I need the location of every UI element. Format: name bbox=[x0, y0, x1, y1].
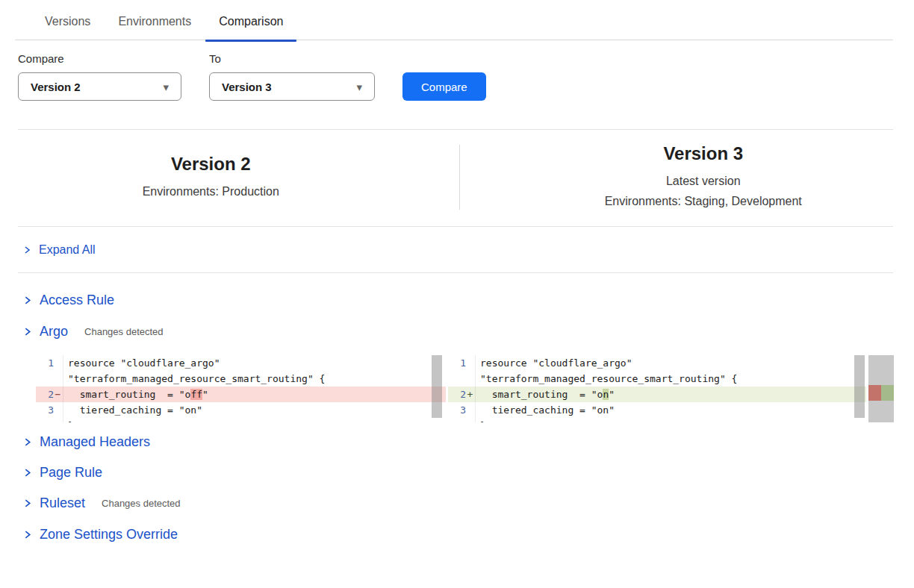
diff-line: 4} bbox=[448, 418, 866, 422]
version-title: Version 3 bbox=[493, 143, 914, 164]
chevron-right-icon bbox=[22, 530, 32, 539]
compare-label: Compare bbox=[18, 52, 181, 65]
tab-label: Environments bbox=[118, 15, 191, 28]
from-version-select[interactable]: Version 2 ▾ bbox=[18, 72, 181, 101]
expand-all-label: Expand All bbox=[39, 243, 96, 257]
diff-line: 3 tiered_caching = "on" bbox=[448, 402, 866, 418]
divider bbox=[18, 272, 893, 273]
chevron-right-icon bbox=[22, 468, 32, 478]
section-label: Zone Settings Override bbox=[40, 527, 178, 542]
changes-detected-badge: Changes detected bbox=[84, 326, 164, 337]
tab-label: Versions bbox=[45, 15, 90, 28]
tab-bar: Versions Environments Comparison bbox=[15, 0, 893, 40]
compare-form: Compare Version 2 ▾ To Version 3 ▾ Compa… bbox=[18, 52, 914, 101]
version-panel-right: Version 3 Latest version Environments: S… bbox=[460, 143, 914, 211]
argo-diff-editor: 1resource "cloudflare_argo" "terraform_m… bbox=[36, 355, 914, 422]
diff-overview-ruler[interactable] bbox=[868, 355, 894, 422]
version-panel-left: Version 2 Environments: Production bbox=[0, 143, 459, 211]
section-page-rule[interactable]: Page Rule bbox=[0, 465, 914, 481]
chevron-right-icon bbox=[22, 437, 32, 447]
section-label: Page Rule bbox=[40, 465, 102, 481]
active-tab-underline bbox=[205, 40, 296, 42]
diff-line: 1resource "cloudflare_argo" "terraform_m… bbox=[36, 355, 446, 387]
section-label: Argo bbox=[40, 324, 68, 340]
tab-versions[interactable]: Versions bbox=[45, 15, 90, 28]
diff-pane-left: 1resource "cloudflare_argo" "terraform_m… bbox=[36, 355, 446, 422]
section-label: Access Rule bbox=[40, 293, 114, 308]
to-label: To bbox=[209, 52, 375, 65]
chevron-right-icon bbox=[22, 295, 32, 305]
diff-line: 1resource "cloudflare_argo" "terraform_m… bbox=[448, 355, 866, 387]
diff-pane-right: 1resource "cloudflare_argo" "terraform_m… bbox=[448, 355, 866, 422]
version-comparison-header: Version 2 Environments: Production Versi… bbox=[0, 130, 914, 226]
chevron-right-icon bbox=[22, 245, 31, 254]
section-label: Ruleset bbox=[40, 495, 85, 511]
chevron-right-icon bbox=[22, 498, 32, 508]
section-zone-settings-override[interactable]: Zone Settings Override bbox=[0, 527, 914, 542]
chevron-right-icon bbox=[22, 327, 32, 337]
diff-line: 3 tiered_caching = "on" bbox=[36, 402, 446, 418]
section-access-rule[interactable]: Access Rule bbox=[0, 293, 914, 308]
changes-detected-badge: Changes detected bbox=[102, 498, 181, 509]
caret-down-icon: ▾ bbox=[163, 81, 169, 93]
code-scrollbar[interactable] bbox=[854, 355, 865, 418]
version-environments: Environments: Production bbox=[0, 181, 422, 201]
version-subtitle: Latest version bbox=[493, 171, 914, 191]
compare-button[interactable]: Compare bbox=[402, 72, 486, 101]
ruler-addition-mark bbox=[881, 385, 894, 401]
caret-down-icon: ▾ bbox=[356, 81, 362, 93]
to-version-select[interactable]: Version 3 ▾ bbox=[209, 72, 375, 101]
section-ruleset[interactable]: Ruleset Changes detected bbox=[0, 495, 914, 511]
version-title: Version 2 bbox=[0, 154, 422, 175]
diff-line: 4} bbox=[36, 418, 446, 422]
ruler-deletion-mark bbox=[868, 385, 881, 401]
tab-environments[interactable]: Environments bbox=[118, 15, 191, 28]
expand-all-link[interactable]: Expand All bbox=[0, 227, 914, 272]
section-managed-headers[interactable]: Managed Headers bbox=[0, 434, 914, 450]
version-environments: Environments: Staging, Development bbox=[493, 191, 914, 211]
tab-comparison[interactable]: Comparison bbox=[219, 15, 283, 28]
section-label: Managed Headers bbox=[40, 434, 150, 450]
from-version-value: Version 2 bbox=[31, 81, 81, 93]
diff-line: 2− smart_routing = "off" bbox=[36, 387, 446, 402]
code-scrollbar[interactable] bbox=[432, 355, 442, 418]
diff-line: 2+ smart_routing = "on" bbox=[448, 387, 866, 402]
to-version-value: Version 3 bbox=[222, 81, 272, 93]
section-argo[interactable]: Argo Changes detected bbox=[0, 324, 914, 340]
tab-label: Comparison bbox=[219, 15, 283, 28]
